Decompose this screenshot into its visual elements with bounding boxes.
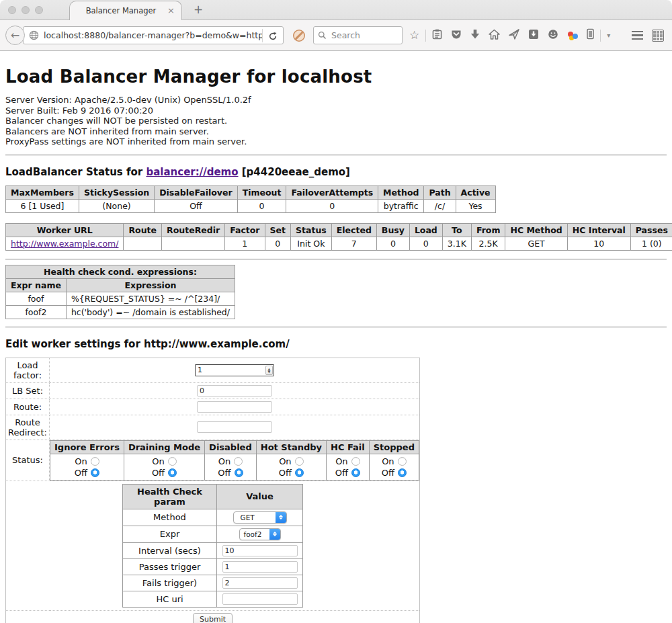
downloads-arrow-icon[interactable] — [470, 29, 480, 42]
hot-standby-on-radio[interactable] — [295, 457, 304, 466]
form-row-submit: Submit — [6, 610, 420, 623]
draining-mode-off-radio[interactable] — [168, 468, 177, 477]
expression-cell: hc('body') =~ /domain is established/ — [66, 305, 235, 319]
tab-balancer-manager[interactable]: Balancer Manager × — [69, 1, 182, 20]
route-cell — [124, 237, 162, 250]
feedback-smiley-icon[interactable] — [548, 29, 558, 42]
reload-icon[interactable] — [262, 29, 280, 42]
ignore-errors-on-radio[interactable] — [91, 457, 99, 466]
radio-on-label: On — [75, 456, 87, 466]
load-cell: 0 — [409, 237, 442, 250]
radio-on-label: On — [218, 456, 230, 466]
route-redir-cell — [162, 237, 225, 250]
form-row-load-factor: Load factor: 1 ▲▼ — [6, 358, 420, 382]
balancer-link[interactable]: balancer://demo — [146, 166, 238, 178]
column-header: Ignore Errors — [50, 440, 124, 454]
bookmark-star-icon[interactable]: ☆ — [409, 30, 419, 41]
hc-expr-select[interactable]: foof2 — [239, 528, 281, 540]
hc-uri-input[interactable] — [222, 593, 298, 605]
hot-standby-off-radio[interactable] — [295, 468, 304, 477]
divider — [5, 155, 667, 156]
search-bar[interactable] — [313, 26, 403, 44]
column-header: Hot Standby — [256, 440, 326, 454]
home-icon[interactable] — [489, 29, 500, 42]
passes-cell: 1 (0) — [630, 237, 672, 250]
worker-url-link[interactable]: http://www.example.com/ — [11, 239, 118, 249]
max-members-cell: 6 [1 Used] — [6, 199, 79, 212]
hc-fail-off-radio[interactable] — [351, 468, 360, 477]
page-title: Load Balancer Manager for localhost — [5, 67, 667, 87]
draining-mode-on-radio[interactable] — [168, 457, 177, 466]
radio-off-label: Off — [382, 468, 394, 478]
server-version-line: Server Version: Apache/2.5.0-dev (Unix) … — [5, 95, 667, 106]
column-header: Elected — [331, 223, 376, 237]
column-header: Status — [291, 223, 332, 237]
apps-grid-icon[interactable] — [652, 30, 664, 42]
disabled-on-radio[interactable] — [234, 457, 243, 466]
browser-window: Balancer Manager × + ← localhost:8880/ba… — [0, 0, 672, 623]
zoom-window-button[interactable] — [35, 6, 43, 14]
column-header: Expr name — [6, 278, 67, 292]
radio-off-label: Off — [335, 468, 348, 478]
hc-method-select[interactable]: GET — [233, 511, 287, 524]
edit-worker-form: Load factor: 1 ▲▼ LB Set: Route: Route R… — [5, 358, 420, 623]
active-cell: Yes — [456, 199, 495, 212]
tab-close-icon[interactable]: × — [167, 5, 175, 15]
new-tab-button[interactable]: + — [194, 3, 203, 16]
select-arrows-icon — [276, 512, 286, 523]
hc-expressions-table: Health check cond. expressions: Expr nam… — [5, 265, 235, 319]
close-window-button[interactable] — [8, 6, 16, 14]
path-cell: /c/ — [424, 199, 456, 212]
chevron-down-icon[interactable]: ▾ — [607, 32, 610, 39]
balancer-status-table: MaxMembers StickySession DisableFailover… — [5, 185, 496, 213]
search-input[interactable] — [330, 30, 397, 41]
set-cell: 0 — [265, 237, 290, 250]
fails-trigger-input[interactable] — [222, 577, 298, 589]
column-header: Active — [456, 185, 495, 199]
route-redirect-input[interactable] — [197, 421, 272, 433]
pocket-icon[interactable] — [451, 29, 462, 42]
column-header: To — [442, 223, 471, 237]
send-page-icon[interactable] — [509, 29, 519, 42]
status-stopped-cell: On Off — [369, 454, 419, 480]
color-dots-icon[interactable] — [567, 30, 578, 41]
route-input[interactable] — [197, 401, 272, 413]
history-clipboard-icon[interactable] — [432, 29, 442, 42]
lb-set-input[interactable] — [197, 385, 272, 397]
window-controls[interactable] — [8, 6, 43, 14]
failover-attempts-cell: 0 — [286, 199, 378, 212]
notice-line: Balancers are NOT inherited from main se… — [5, 126, 667, 137]
load-factor-input[interactable]: 1 ▲▼ — [195, 364, 274, 376]
stopped-off-radio[interactable] — [398, 468, 407, 477]
back-button[interactable]: ← — [5, 26, 25, 45]
stopped-on-radio[interactable] — [398, 457, 407, 466]
form-row-route-redirect: Route Redirect: — [6, 415, 420, 440]
hc-fail-on-radio[interactable] — [351, 457, 360, 466]
passes-trigger-input[interactable] — [222, 561, 298, 573]
disabled-off-radio[interactable] — [235, 468, 243, 477]
url-bar[interactable]: localhost:8880/balancer-manager?b=demo&w… — [23, 26, 284, 44]
ignore-errors-off-radio[interactable] — [91, 468, 99, 477]
table-row: 6 [1 Used] (None) Off 0 0 bytraffic /c/ … — [6, 199, 496, 212]
content-blocked-icon[interactable] — [292, 29, 306, 42]
method-cell: bytraffic — [378, 199, 424, 212]
toolbar-divider — [425, 30, 426, 42]
minimize-window-button[interactable] — [22, 6, 30, 14]
column-header: Passes — [630, 223, 672, 237]
url-input[interactable]: localhost:8880/balancer-manager?b=demo&w… — [44, 30, 262, 40]
lb-status-heading: LoadBalancer Status for balancer://demo … — [5, 166, 667, 178]
column-header: Stopped — [369, 440, 419, 454]
load-factor-label: Load factor: — [6, 358, 50, 382]
sidebar-panel-icon[interactable] — [587, 28, 594, 42]
lb-status-suffix: [p4420eeae_demo] — [239, 166, 350, 178]
column-header: Timeout — [237, 185, 286, 199]
menu-icon[interactable] — [632, 31, 643, 40]
globe-icon — [29, 30, 39, 40]
notice-line: ProxyPass settings are NOT inherited fro… — [5, 136, 667, 147]
hc-interval-input[interactable] — [222, 545, 298, 556]
number-spinner-icon[interactable]: ▲▼ — [265, 366, 273, 375]
hc-expressions-title: Health check cond. expressions: — [6, 265, 235, 278]
submit-button[interactable]: Submit — [193, 613, 233, 623]
form-row-status: Status: Ignore Errors Draining Mode Disa… — [6, 440, 420, 481]
save-to-device-icon[interactable] — [528, 29, 539, 42]
